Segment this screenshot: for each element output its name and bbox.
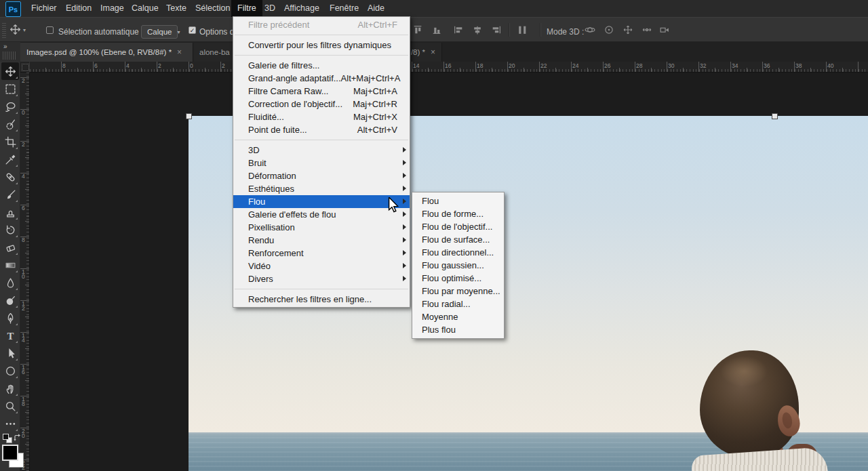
options-bar-grip[interactable] [2,22,6,38]
menubar-item-edition[interactable]: Edition [66,0,92,17]
menubar-item-image[interactable]: Image [100,0,124,17]
menubar-item-affichage[interactable]: Affichage [284,0,319,17]
menu-item-shortcut: Alt+Ctrl+F [357,18,397,31]
menubar-item-fenetre[interactable]: Fenêtre [330,0,359,17]
gradient-tool[interactable] [1,256,19,274]
tool-preset-chevron-icon[interactable]: ▾ [23,27,26,33]
hand-tool[interactable] [1,380,19,397]
distribute-horizontal-centers-icon[interactable] [517,24,528,36]
transform-handle[interactable] [186,113,192,119]
ellipse-tool[interactable] [1,362,19,380]
rectangular-marquee-tool[interactable] [1,80,19,98]
align-right-edges-icon[interactable] [491,24,502,36]
align-horizontal-centers-icon[interactable] [472,24,484,36]
filter-menu-item-3d[interactable]: 3D [233,144,410,157]
vertical-ruler[interactable]: 2024681 01 21 41 61 82 02 2 [20,73,30,471]
blur-submenu-item-flou-directionnel[interactable]: Flou directionnel... [412,246,504,259]
blur-submenu-item-moyenne[interactable]: Moyenne [412,310,504,323]
filter-menu-item-renforcement[interactable]: Renforcement [233,247,410,260]
filter-menu-item-deformation[interactable]: Déformation [233,169,410,182]
document-tab-1[interactable]: Images.psd @ 100% (Ebene 0, RVB/8#) *× [20,43,193,62]
brush-tool[interactable] [1,186,19,203]
filter-menu-item-filtre-camera-raw[interactable]: Filtre Camera Raw...Maj+Ctrl+A [233,85,410,98]
eyedropper-tool[interactable] [1,150,19,168]
burn-tool[interactable] [1,291,19,309]
3d-pan-icon[interactable] [623,24,634,36]
align-top-edges-icon[interactable] [412,24,424,36]
blur-submenu-item-flou-gaussien[interactable]: Flou gaussien... [412,259,504,272]
close-icon[interactable]: × [177,48,182,56]
menubar-item-3d[interactable]: 3D [264,0,275,17]
more-tools[interactable] [1,415,19,432]
blur-submenu-item-flou[interactable]: Flou [412,194,504,207]
blur-submenu-item-flou-de-forme[interactable]: Flou de forme... [412,207,504,220]
close-icon[interactable]: × [431,48,435,56]
transform-handle[interactable] [772,113,778,119]
spot-healing-brush-tool[interactable] [1,168,19,186]
tool-flyout-indicator [16,306,18,308]
filter-menu-item-rendu[interactable]: Rendu [233,234,410,247]
lasso-tool[interactable] [1,98,19,115]
filter-menu-item-divers[interactable]: Divers [233,272,410,285]
filter-menu-item-convertir-pour-les-filtres-dynamiques[interactable]: Convertir pour les filtres dynamiques [233,39,410,52]
filter-menu-item-bruit[interactable]: Bruit [233,157,410,169]
3d-roll-icon[interactable] [604,24,615,36]
swap-colors-icon[interactable] [13,432,22,441]
auto-select-checkbox[interactable] [46,26,54,34]
zoom-tool[interactable] [1,397,19,415]
filter-menu-item-correction-de-l-objectif[interactable]: Correction de l'objectif...Maj+Ctrl+R [233,98,410,110]
filter-menu-item-rechercher-les-filtres-en-ligne[interactable]: Rechercher les filtres en ligne... [233,293,410,306]
menubar-item-calque[interactable]: Calque [132,0,159,17]
crop-tool[interactable] [1,133,19,150]
eraser-tool[interactable] [1,239,19,256]
menu-item-shortcut: Maj+Ctrl+X [353,110,397,123]
auto-select-target-dropdown[interactable]: Calque ▾ [141,25,178,39]
clone-stamp-tool[interactable] [1,203,19,221]
blur-tool[interactable] [1,274,19,291]
submenu-arrow-icon [403,263,406,268]
blur-submenu-item-flou-optimise[interactable]: Flou optimisé... [412,272,504,285]
blur-submenu-item-flou-de-surface[interactable]: Flou de surface... [412,233,504,246]
3d-slide-icon[interactable] [642,24,653,36]
align-vertical-centers-icon[interactable] [431,24,443,36]
menubar-item-filtre[interactable]: Filtre [231,0,262,17]
show-transform-checkbox[interactable]: ✓ [189,26,196,34]
ruler-label: 4 [22,174,25,179]
blur-submenu-item-plus-flou[interactable]: Plus flou [412,323,504,336]
filter-menu-item-filtre-precedent[interactable]: Filtre précédentAlt+Ctrl+F [233,18,410,31]
collapse-toolbar-icon[interactable]: » [3,43,7,50]
move-tool[interactable] [1,62,19,80]
history-brush-tool[interactable] [1,221,19,239]
filter-menu-item-esthetiques[interactable]: Esthétiques [233,182,410,195]
blur-submenu-item-flou-radial[interactable]: Flou radial... [412,298,504,310]
path-selection-tool[interactable] [1,344,19,362]
blur-submenu-item-flou-par-moyenne[interactable]: Flou par moyenne... [412,285,504,298]
menubar-item-selection[interactable]: Sélection [195,0,230,17]
filter-menu-item-video[interactable]: Vidéo [233,260,410,272]
blur-submenu-item-flou-de-l-objectif[interactable]: Flou de l'objectif... [412,220,504,233]
filter-menu-item-grand-angle-adaptatif[interactable]: Grand-angle adaptatif...Alt+Maj+Ctrl+A [233,72,410,85]
submenu-arrow-icon [403,147,406,152]
default-colors-icon[interactable] [3,434,9,440]
3d-camera-icon[interactable] [659,24,671,36]
horizontal-ruler[interactable]: 8642024681012141618202224262830323436384… [20,62,868,73]
quick-selection-tool[interactable] [1,115,19,133]
menu-item-label: Flou optimisé... [422,272,498,285]
filter-menu-item-galerie-de-filtres[interactable]: Galerie de filtres... [233,59,410,72]
menubar-item-aide[interactable]: Aide [368,0,384,17]
menubar-item-texte[interactable]: Texte [166,0,186,17]
ruler-origin-corner[interactable] [20,62,30,73]
pen-tool[interactable] [1,309,19,327]
filter-menu-item-pixellisation[interactable]: Pixellisation [233,221,410,234]
toolbar-grip[interactable] [3,52,16,60]
filter-menu-item-fluidite[interactable]: Fluidité...Maj+Ctrl+X [233,110,410,123]
align-left-edges-icon[interactable] [453,24,465,36]
menubar-item-fichier[interactable]: Fichier [31,0,57,17]
3d-orbit-icon[interactable] [585,24,596,36]
filter-menu-item-galerie-d-effets-de-flou[interactable]: Galerie d'effets de flou [233,208,410,221]
filter-menu-item-point-de-fuite[interactable]: Point de fuite...Alt+Ctrl+V [233,123,410,136]
foreground-color-swatch[interactable] [2,445,18,461]
type-tool[interactable]: T [1,327,19,344]
filter-menu-item-flou[interactable]: Flou [233,195,410,208]
tool-flyout-indicator [16,376,18,378]
